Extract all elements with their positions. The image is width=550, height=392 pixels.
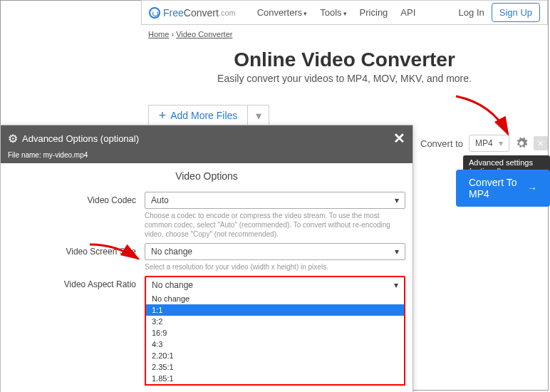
label-video-codec: Video Codec [8, 192, 136, 205]
logo-com: .com [219, 9, 236, 17]
filename-value: my-video.mp4 [43, 151, 88, 159]
signup-button[interactable]: Sign Up [492, 3, 540, 22]
advanced-options-modal: ⚙ Advanced Options (optional) ✕ File nam… [0, 125, 413, 392]
aspect-opt[interactable]: No change [146, 293, 404, 304]
nav-pricing[interactable]: Pricing [360, 7, 388, 18]
logo-convert: Convert [184, 7, 219, 19]
chevron-down-icon: ▾ [395, 247, 399, 257]
gear-icon[interactable] [515, 137, 528, 150]
page-title: Online Video Converter [141, 48, 548, 71]
arrow-right-icon: → [527, 182, 537, 194]
remove-icon[interactable]: ✕ [534, 136, 548, 150]
crumb-video[interactable]: Video Converter [176, 30, 232, 38]
page-subtitle: Easily convert your videos to MP4, MOV, … [141, 73, 548, 84]
convert-button[interactable]: Convert To MP4→ [456, 170, 550, 207]
aspect-opt[interactable]: 4:3 [146, 339, 404, 350]
section-title: Video Options [1, 163, 412, 189]
convert-to-label: Convert to [420, 138, 463, 149]
chevron-down-icon: ▾ [343, 10, 347, 17]
crumb-sep: › [171, 30, 174, 38]
label-aspect-ratio: Video Aspect Ratio [8, 276, 136, 289]
aspect-opt[interactable]: 2.20:1 [146, 350, 404, 361]
aspect-ratio-dropdown: No change 1:1 3:2 16:9 4:3 2.20:1 2.35:1… [145, 293, 405, 386]
annotation-arrow-gear [452, 93, 517, 141]
logo-icon [149, 7, 160, 19]
nav-tools[interactable]: Tools▾ [320, 7, 346, 18]
nav-api[interactable]: API [400, 7, 415, 18]
aspect-opt[interactable]: 1:1 [146, 304, 404, 316]
filename-label: File name: [8, 151, 41, 159]
nav-converters[interactable]: Converters▾ [257, 7, 308, 18]
add-more-dropdown[interactable]: ▾ [247, 105, 269, 125]
add-more-button[interactable]: +Add More Files [149, 108, 247, 123]
aspect-opt[interactable]: 3:2 [146, 316, 404, 327]
add-more-files: +Add More Files ▾ [148, 105, 269, 126]
select-aspect-ratio[interactable]: No change▾ [145, 276, 405, 294]
help-video-codec: Choose a codec to encode or compress the… [145, 211, 405, 239]
login-link[interactable]: Log In [459, 7, 484, 18]
format-select[interactable]: MP4▾ [469, 135, 509, 152]
aspect-opt[interactable]: 16:9 [146, 327, 404, 339]
chevron-down-icon: ▾ [395, 195, 399, 205]
select-video-codec[interactable]: Auto▾ [145, 192, 405, 209]
chevron-down-icon: ▾ [303, 10, 307, 17]
modal-title: Advanced Options (optional) [22, 133, 139, 144]
close-icon[interactable]: ✕ [393, 130, 405, 147]
label-screen-size: Video Screen Size [8, 243, 136, 257]
logo-free: Free [163, 7, 184, 19]
select-screen-size[interactable]: No change▾ [145, 243, 405, 260]
chevron-down-icon: ▾ [499, 138, 503, 148]
crumb-home[interactable]: Home [148, 30, 169, 38]
logo[interactable]: FreeConvert.com [149, 7, 236, 19]
aspect-opt[interactable]: 1.85:1 [146, 373, 404, 384]
plus-icon: + [159, 108, 167, 123]
gear-icon: ⚙ [8, 132, 18, 145]
help-screen-size: Select a resolution for your video (widt… [145, 262, 405, 272]
top-nav: FreeConvert.com Converters▾ Tools▾ Prici… [141, 0, 548, 25]
breadcrumb: Home › Video Converter [148, 30, 232, 38]
chevron-down-icon: ▾ [394, 280, 398, 290]
aspect-opt[interactable]: 2.35:1 [146, 361, 404, 373]
